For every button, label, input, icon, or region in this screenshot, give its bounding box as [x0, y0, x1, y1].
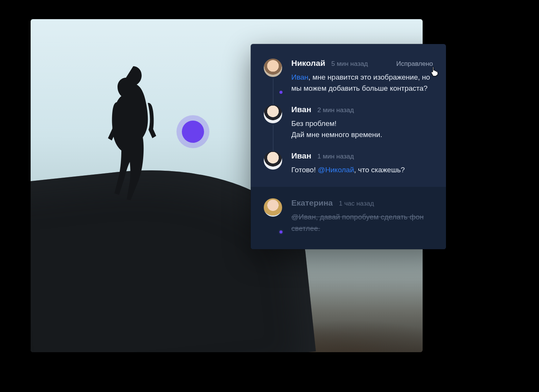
- avatar-wrap: [264, 198, 283, 234]
- comment-item[interactable]: Николай 5 мин назад Исправлено Иван, мне…: [264, 59, 433, 94]
- comment-item[interactable]: Иван 1 мин назад Готово! @Николай, что с…: [264, 151, 433, 175]
- comment-text-resolved: @Иван, давай попробуем сделать фон светл…: [291, 211, 433, 234]
- mention[interactable]: @Николай: [318, 166, 354, 174]
- comment-time: 1 час назад: [339, 200, 374, 207]
- comment-author: Иван: [291, 105, 311, 114]
- avatar[interactable]: [264, 151, 282, 170]
- comment-author: Иван: [291, 151, 311, 160]
- presence-dot: [278, 90, 284, 95]
- annotation-marker[interactable]: [182, 121, 204, 143]
- mention[interactable]: Иван: [291, 73, 309, 81]
- comment-line: Дай мне немного времени.: [291, 131, 382, 139]
- comment-item[interactable]: Иван 2 мин назад Без проблем! Дай мне не…: [264, 105, 433, 140]
- comment-text-tail: , мне нравится это изображение, но мы мо…: [291, 73, 430, 92]
- avatar[interactable]: [264, 198, 282, 217]
- resolved-comment[interactable]: Екатерина 1 час назад @Иван, давай попро…: [251, 187, 446, 249]
- comment-author: Николай: [291, 59, 325, 68]
- comment-time: 5 мин назад: [332, 60, 368, 68]
- avatar-wrap: [264, 151, 283, 175]
- avatar-wrap: [264, 105, 283, 140]
- resolved-action[interactable]: Исправлено: [396, 60, 433, 68]
- comment-author: Екатерина: [291, 198, 333, 207]
- thread-connector: [273, 78, 273, 105]
- presence-dot: [278, 229, 284, 235]
- comment-time: 2 мин назад: [317, 106, 354, 114]
- mention: @Иван: [291, 213, 316, 221]
- comment-panel: Николай 5 мин назад Исправлено Иван, мне…: [251, 44, 446, 249]
- comment-text: Иван, мне нравится это изображение, но м…: [291, 72, 433, 94]
- comment-text: Готово! @Николай, что скажешь?: [291, 164, 433, 175]
- comment-text-head: Готово!: [291, 166, 318, 174]
- thread-connector: [273, 125, 273, 151]
- avatar[interactable]: [264, 59, 282, 77]
- comment-text: Без проблем! Дай мне немного времени.: [291, 118, 433, 140]
- comment-text-tail: , что скажешь?: [354, 166, 405, 174]
- comment-thread: Николай 5 мин назад Исправлено Иван, мне…: [251, 44, 446, 187]
- comment-time: 1 мин назад: [317, 153, 354, 160]
- avatar-wrap: [264, 59, 283, 94]
- avatar[interactable]: [264, 105, 282, 123]
- comment-line: Без проблем!: [291, 119, 336, 127]
- silhouette-person: [92, 63, 165, 201]
